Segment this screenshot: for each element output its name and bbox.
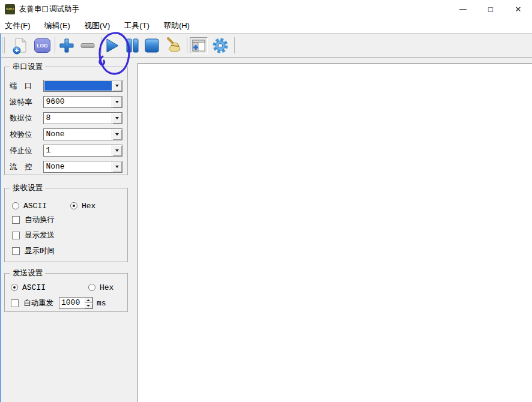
parity-label: 校验位	[10, 130, 37, 140]
send-settings-title: 发送设置	[10, 268, 45, 278]
pause-icon	[124, 37, 140, 54]
stopbits-row: 停止位 1	[10, 145, 122, 157]
menu-help[interactable]: 帮助(H)	[160, 19, 193, 33]
chevron-down-icon	[115, 149, 119, 152]
maximize-button[interactable]: □	[477, 0, 504, 18]
toolbar: LOG	[0, 34, 532, 58]
remove-icon	[79, 37, 96, 54]
baudrate-dropdown-button[interactable]	[112, 97, 122, 107]
receive-hex-option[interactable]: Hex	[70, 202, 95, 211]
menu-edit[interactable]: 编辑(E)	[41, 19, 74, 33]
port-combobox[interactable]	[43, 80, 122, 92]
send-ascii-option[interactable]: ASCII	[11, 283, 88, 292]
auto-newline-option[interactable]: 自动换行	[12, 215, 122, 224]
flowcontrol-row: 流 控 None	[10, 161, 122, 173]
databits-combobox[interactable]: 8	[43, 112, 122, 124]
clear-button[interactable]	[165, 37, 183, 55]
stop-button[interactable]	[144, 37, 160, 54]
stopbits-label: 停止位	[10, 146, 37, 156]
serial-settings-group: 串口设置 端 口 波特率 9600 数据位 8	[4, 67, 128, 175]
spin-down-button[interactable]	[84, 303, 92, 308]
parity-dropdown-button[interactable]	[112, 129, 122, 140]
add-icon	[58, 37, 75, 54]
chevron-down-icon	[115, 101, 119, 103]
port-dropdown-button[interactable]	[112, 80, 122, 91]
toolbar-grip-handle[interactable]	[2, 37, 5, 53]
menu-file[interactable]: 文件(F)	[1, 19, 34, 33]
chevron-down-icon	[86, 305, 90, 307]
stopbits-dropdown-button[interactable]	[112, 145, 122, 156]
receive-ascii-option[interactable]: ASCII	[12, 202, 70, 211]
flowcontrol-combobox[interactable]: None	[43, 161, 122, 173]
window-left-border	[0, 34, 1, 402]
spin-up-button[interactable]	[84, 298, 92, 303]
databits-label: 数据位	[10, 113, 37, 124]
chevron-down-icon	[115, 166, 119, 168]
new-log-file-button[interactable]	[11, 37, 29, 55]
receive-display-area[interactable]	[138, 63, 532, 402]
start-icon	[104, 37, 120, 54]
add-port-button[interactable]	[58, 37, 75, 54]
radio-icon[interactable]	[88, 284, 95, 291]
checkbox-icon[interactable]	[12, 232, 20, 239]
spinner-buttons	[84, 298, 92, 308]
close-button[interactable]: ✕	[504, 0, 532, 18]
clear-broom-icon	[165, 37, 183, 55]
toggle-panel-button[interactable]	[190, 37, 208, 54]
chevron-up-icon	[86, 299, 90, 301]
send-mode-row: ASCII Hex	[11, 283, 122, 292]
checkbox-icon[interactable]	[12, 216, 20, 224]
show-send-option[interactable]: 显示发送	[12, 231, 122, 239]
remove-port-button[interactable]	[79, 37, 96, 54]
app-icon: SPU	[5, 4, 15, 14]
settings-gear-icon	[211, 37, 229, 55]
menubar: 文件(F) 编辑(E) 视图(V) 工具(T) 帮助(H)	[0, 18, 532, 34]
settings-button[interactable]	[211, 37, 229, 55]
send-settings-group: 发送设置 ASCII Hex 自动重发 1000	[4, 273, 128, 312]
toggle-panel-icon	[192, 40, 205, 52]
auto-resend-row: 自动重发 1000 ms	[11, 297, 122, 309]
send-hex-option[interactable]: Hex	[88, 283, 113, 292]
radio-checked-icon[interactable]	[11, 284, 18, 291]
pause-button[interactable]	[124, 37, 140, 54]
window-title: 友善串口调试助手	[19, 4, 79, 14]
start-button[interactable]	[104, 37, 120, 54]
baudrate-label: 波特率	[10, 97, 37, 107]
databits-dropdown-button[interactable]	[112, 113, 122, 124]
parity-combobox[interactable]: None	[43, 128, 122, 140]
flowcontrol-label: 流 控	[10, 162, 37, 172]
checkbox-icon[interactable]	[12, 247, 20, 255]
new-log-file-icon	[11, 37, 29, 55]
toolbar-separator	[55, 37, 55, 53]
flowcontrol-dropdown-button[interactable]	[112, 161, 122, 172]
toolbar-separator	[234, 37, 235, 53]
baudrate-combobox[interactable]: 9600	[43, 96, 122, 108]
app-window: SPU 友善串口调试助手 — □ ✕ 文件(F) 编辑(E) 视图(V) 工具(…	[0, 0, 532, 402]
resend-interval-spinner[interactable]: 1000	[59, 297, 93, 309]
radio-icon[interactable]	[12, 202, 19, 209]
parity-row: 校验位 None	[10, 128, 122, 140]
menu-tools[interactable]: 工具(T)	[120, 19, 153, 33]
minimize-button[interactable]: —	[449, 0, 477, 18]
show-time-option[interactable]: 显示时间	[12, 247, 122, 255]
auto-resend-label: 自动重发	[23, 298, 53, 308]
menu-view[interactable]: 视图(V)	[80, 19, 113, 33]
chevron-down-icon	[115, 133, 119, 136]
stop-icon	[144, 37, 160, 54]
port-row: 端 口	[10, 80, 122, 92]
titlebar[interactable]: SPU 友善串口调试助手 — □ ✕	[0, 0, 532, 18]
log-button[interactable]: LOG	[34, 38, 50, 53]
port-label: 端 口	[10, 81, 37, 91]
chevron-down-icon	[115, 117, 119, 119]
baudrate-row: 波特率 9600	[10, 96, 122, 108]
receive-settings-title: 接收设置	[10, 183, 45, 193]
radio-checked-icon[interactable]	[70, 202, 77, 209]
toolbar-separator	[187, 37, 187, 53]
auto-resend-checkbox[interactable]	[11, 299, 19, 307]
databits-row: 数据位 8	[10, 112, 122, 124]
receive-mode-row: ASCII Hex	[12, 202, 122, 210]
stopbits-combobox[interactable]: 1	[43, 145, 122, 157]
window-controls: — □ ✕	[449, 0, 532, 18]
receive-settings-group: 接收设置 ASCII Hex 自动换行 显示发送	[4, 188, 128, 262]
chevron-down-icon	[115, 85, 119, 87]
